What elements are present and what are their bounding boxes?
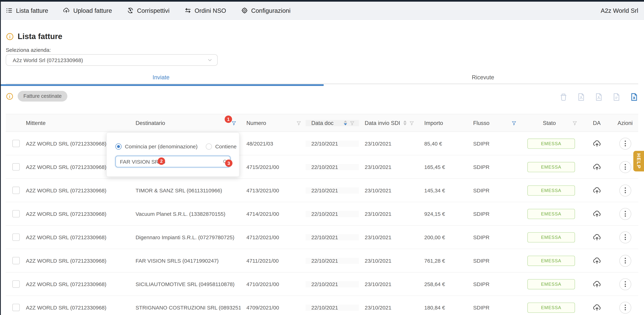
radio-comincia-per[interactable] [116,143,122,150]
cell-importo: 180,84 € [418,304,468,310]
row-checkbox[interactable] [12,163,20,171]
cell-destinatario: Digennaro Impianti S.R.L. (07279780725) [130,234,240,240]
status-badge: EMESSA [527,232,575,242]
file-pdf-icon[interactable] [594,93,604,102]
row-checkbox[interactable] [12,233,20,241]
cell-mittente: A2Z WORLD SRL (07212330968) [22,281,130,287]
cell-flusso: SDIPR [468,140,521,147]
cell-numero: 4709/2021/00 [240,304,306,310]
status-badge: EMESSA [527,162,575,172]
cell-data-invio-sdi: 23/10/2021 [359,281,418,287]
cloud-upload-icon[interactable] [592,163,601,171]
cell-data-doc: 22/10/2021 [306,304,359,310]
cell-numero: 4711/2021/00 [240,257,306,264]
row-checkbox[interactable] [12,280,20,288]
row-actions-button[interactable] [619,138,631,149]
cloud-upload-icon [63,7,70,14]
help-tab[interactable]: HELP [633,151,644,171]
row-actions-button[interactable] [619,301,631,313]
filter-icon[interactable] [296,120,302,126]
tab-inviate[interactable]: Inviate [0,72,322,82]
cell-mittente: A2Z WORLD SRL (07212330968) [22,187,130,193]
filter-icon[interactable] [350,120,355,126]
row-actions-button[interactable] [619,255,631,266]
sort-icon[interactable] [344,121,347,125]
row-actions-button[interactable] [619,161,631,173]
cell-data-invio-sdi: 23/10/2021 [359,304,418,310]
row-checkbox[interactable] [12,140,20,147]
cell-flusso: SDIPR [468,234,521,240]
nav-corrispettivi[interactable]: ¥ Corrispettivi [127,7,170,14]
cloud-upload-icon[interactable] [592,256,601,265]
nav-label: Ordini NSO [194,7,226,14]
nav-upload-fatture[interactable]: Upload fatture [63,7,112,14]
cell-importo: 85,40 € [418,140,468,147]
file-text-icon[interactable] [612,93,621,102]
col-flusso: Flusso [468,120,521,126]
cell-importo: 200,00 € [418,234,468,240]
table-row: A2Z WORLD SRL (07212330968) FAR VISION S… [6,249,638,272]
cell-numero: 4715/2021/00 [240,164,306,170]
annotation-badge-2: 2 [158,157,165,165]
radio-contiene[interactable] [206,143,212,150]
page-title: Lista fatture [6,32,62,41]
cell-numero: 4713/2021/00 [240,187,306,193]
cell-destinatario: Vacuum Planet S.R.L. (13382870155) [130,211,240,217]
company-select[interactable]: A2z World Srl (07212330968) [6,54,218,66]
row-actions-button[interactable] [619,231,631,243]
col-da: DA [582,120,612,126]
col-numero: Numero [240,120,306,126]
export-toolbar [559,91,638,103]
row-checkbox[interactable] [12,257,20,264]
row-checkbox[interactable] [12,304,20,311]
current-company[interactable]: A2z World Srl [601,7,638,14]
col-data-invio-sdi[interactable]: Data invio SDI [359,120,418,126]
filter-icon[interactable] [231,120,236,126]
file-excel-icon[interactable] [630,93,639,102]
tab-ricevute[interactable]: Ricevute [322,72,644,82]
tabs-bar: Inviate Ricevute [0,72,644,83]
cell-flusso: SDIPR [468,164,521,170]
nav-ordini-nso[interactable]: Ordini NSO [184,7,226,14]
filter-icon[interactable] [511,120,517,126]
cell-data-doc: 22/10/2021 [306,187,359,193]
table-row: A2Z WORLD SRL (07212330968) STRIGNANO CO… [6,296,638,315]
table-header: Mittente Destinatario Numero Data doc Da… [6,114,638,132]
cloud-upload-icon[interactable] [592,186,601,195]
cloud-upload-icon[interactable] [592,233,601,241]
nav-configurazioni[interactable]: Configurazioni [241,7,290,14]
cell-mittente: A2Z WORLD SRL (07212330968) [22,257,130,264]
destinatario-search-input[interactable] [116,156,230,167]
cell-data-doc: 22/10/2021 [306,140,359,147]
filter-icon[interactable] [572,120,578,126]
cloud-upload-icon[interactable] [592,280,601,288]
file-pdf-icon[interactable] [576,93,586,102]
row-actions-button[interactable] [619,184,631,196]
cloud-upload-icon[interactable] [592,139,601,148]
cell-flusso: SDIPR [468,281,521,287]
tabs-underline [6,83,638,84]
cell-importo: 165,45 € [418,164,468,170]
sort-icon[interactable] [404,121,407,125]
nav-lista-fatture[interactable]: Lista fatture [6,7,48,14]
row-checkbox[interactable] [12,187,20,194]
trashed-invoices-button[interactable]: Fatture cestinate [18,91,68,102]
info-icon [6,92,14,100]
chevron-down-icon [208,58,212,63]
cell-data-invio-sdi: 23/10/2021 [359,234,418,240]
cell-destinatario: SICILIAUTOMOTIVE SRL (04958110878) [130,281,240,287]
col-data-doc[interactable]: Data doc [306,120,359,126]
trash-icon[interactable] [559,93,568,102]
cloud-upload-icon[interactable] [592,209,601,218]
top-navbar: Lista fatture Upload fatture ¥ Corrispet… [0,2,644,20]
row-checkbox[interactable] [12,210,20,218]
filter-icon[interactable] [409,120,414,126]
cloud-upload-icon[interactable] [592,303,601,312]
company-select-value: A2z World Srl (07212330968) [13,57,208,63]
row-actions-button[interactable] [619,208,631,220]
row-actions-button[interactable] [619,278,631,290]
radio-comincia-label[interactable]: Comincia per (denominazione) [125,143,198,150]
table-row: A2Z WORLD SRL (07212330968) 48/2021/03 2… [6,132,638,155]
cell-destinatario: TIMOR & SANZ SRL (06113110966) [130,187,240,193]
radio-contiene-label[interactable]: Contiene [215,143,237,150]
